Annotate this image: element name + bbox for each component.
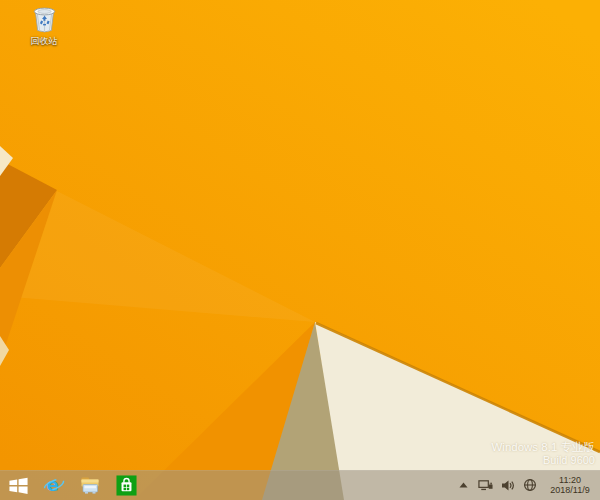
- internet-explorer-icon: e: [43, 474, 65, 496]
- file-explorer-button[interactable]: [72, 470, 108, 500]
- input-indicator-icon: [523, 478, 537, 492]
- show-hidden-icons-icon: [459, 482, 468, 488]
- windows-store-button[interactable]: [108, 470, 144, 500]
- input-indicator-button[interactable]: [522, 470, 537, 500]
- system-tray[interactable]: 11:20 2018/11/9: [456, 470, 600, 500]
- network-icon: [478, 479, 493, 492]
- clock-time: 11:20: [547, 475, 593, 486]
- network-tray-button[interactable]: [478, 470, 493, 500]
- volume-tray-button[interactable]: [500, 470, 515, 500]
- internet-explorer-button[interactable]: e: [36, 470, 72, 500]
- clock-date: 2018/11/9: [547, 485, 593, 496]
- file-explorer-icon: [79, 474, 101, 496]
- taskbar-clock[interactable]: 11:20 2018/11/9: [544, 475, 596, 496]
- desktop[interactable]: 回收站 Windows 8.1 专业版 Build 9600 e: [0, 0, 600, 500]
- show-hidden-icons-button[interactable]: [456, 470, 471, 500]
- start-button[interactable]: [0, 470, 36, 500]
- windows-store-icon: [116, 475, 137, 496]
- desktop-icon-label: 回收站: [31, 36, 58, 47]
- desktop-icon-recycle-bin[interactable]: 回收站: [16, 5, 72, 47]
- wallpaper-image: [0, 0, 600, 500]
- svg-text:e: e: [47, 474, 59, 495]
- volume-icon: [501, 479, 515, 492]
- taskbar[interactable]: e: [0, 470, 600, 500]
- recycle-bin-icon: [31, 5, 58, 34]
- windows-start-icon: [8, 475, 29, 496]
